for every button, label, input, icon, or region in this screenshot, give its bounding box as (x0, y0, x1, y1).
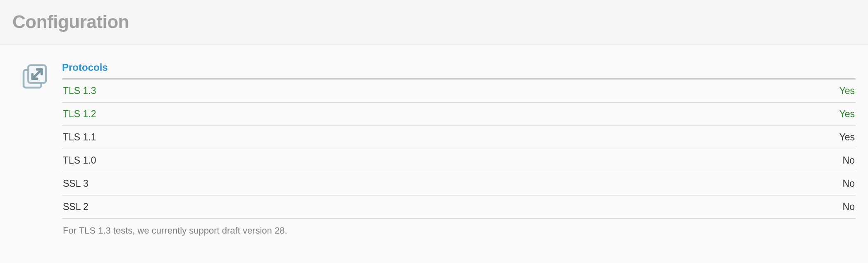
protocols-section: Protocols TLS 1.3YesTLS 1.2YesTLS 1.1Yes… (62, 62, 856, 236)
protocol-value: No (843, 201, 855, 212)
protocol-name: SSL 3 (63, 178, 88, 189)
protocol-row: TLS 1.2Yes (62, 103, 856, 126)
protocol-name: SSL 2 (63, 201, 88, 212)
protocol-row: TLS 1.1Yes (62, 126, 856, 149)
protocol-value: Yes (839, 132, 855, 143)
section-title: Protocols (62, 62, 856, 80)
section-icon-column (20, 62, 50, 236)
protocol-row: SSL 2No (62, 195, 856, 219)
protocols-table: TLS 1.3YesTLS 1.2YesTLS 1.1YesTLS 1.0NoS… (62, 80, 856, 219)
protocol-value: Yes (839, 109, 855, 120)
protocol-row: SSL 3No (62, 172, 856, 195)
protocol-name: TLS 1.0 (63, 155, 96, 166)
protocol-value: Yes (839, 85, 855, 97)
expand-icon[interactable] (20, 63, 50, 93)
protocol-row: TLS 1.0No (62, 149, 856, 172)
protocol-row: TLS 1.3Yes (62, 80, 856, 103)
protocol-value: No (843, 155, 855, 166)
section-footnote: For TLS 1.3 tests, we currently support … (62, 219, 856, 236)
protocol-name: TLS 1.3 (63, 85, 96, 97)
protocol-name: TLS 1.1 (63, 132, 96, 143)
page-header: Configuration (0, 0, 868, 45)
protocol-name: TLS 1.2 (63, 109, 96, 120)
page-title: Configuration (12, 12, 856, 32)
content-area: Protocols TLS 1.3YesTLS 1.2YesTLS 1.1Yes… (0, 45, 868, 249)
protocol-value: No (843, 178, 855, 189)
